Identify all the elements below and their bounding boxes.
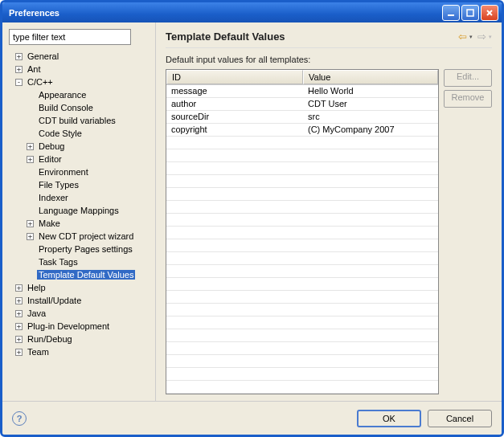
expand-icon[interactable]: + — [27, 220, 34, 227]
col-id[interactable]: ID — [166, 70, 303, 84]
tree-item-team[interactable]: +Team — [9, 345, 152, 358]
tree-item-cdt-build-vars[interactable]: CDT build variables — [9, 114, 152, 127]
table-row-empty — [166, 355, 438, 368]
table-row-empty — [166, 188, 438, 201]
tree-item-code-style[interactable]: Code Style — [9, 127, 152, 140]
table-row-empty — [166, 381, 438, 394]
table-row[interactable]: sourceDirsrc — [166, 111, 438, 124]
table-row-empty — [166, 317, 438, 329]
table-row[interactable]: copyright(C) MyCompany 2007 — [166, 124, 438, 137]
page-title: Template Default Values — [166, 31, 458, 43]
values-table[interactable]: ID Value messageHello WorldauthorCDT Use… — [166, 69, 439, 394]
tree-item-new-cdt-wizard[interactable]: +New CDT project wizard — [9, 230, 152, 243]
tree-item-editor[interactable]: +Editor — [9, 153, 152, 165]
table-row-empty — [166, 162, 438, 175]
nav-back-icon[interactable]: ⇦ — [458, 31, 467, 43]
cell-id: sourceDir — [166, 111, 303, 123]
table-row-empty — [166, 368, 438, 381]
expand-icon[interactable]: + — [15, 310, 23, 317]
svg-rect-1 — [467, 10, 473, 16]
expand-icon[interactable]: + — [27, 233, 34, 240]
expand-icon[interactable]: + — [15, 66, 23, 73]
tree-item-property-pages[interactable]: Property Pages settings — [9, 243, 152, 255]
table-row[interactable]: authorCDT User — [166, 98, 438, 111]
tree-item-ant[interactable]: +Ant — [9, 63, 152, 76]
preferences-tree[interactable]: +General +Ant -C/C++ Appearance Build Co… — [9, 50, 152, 394]
tree-item-ccpp[interactable]: -C/C++ — [9, 76, 152, 88]
tree-item-java[interactable]: +Java — [9, 307, 152, 320]
expand-icon[interactable]: + — [27, 143, 34, 150]
tree-item-build-console[interactable]: Build Console — [9, 101, 152, 114]
cell-id: author — [166, 98, 303, 110]
tree-item-template-defaults[interactable]: Template Default Values — [9, 268, 152, 281]
ok-button[interactable]: OK — [357, 410, 421, 427]
maximize-button[interactable] — [461, 5, 479, 21]
table-row-empty — [166, 291, 438, 304]
expand-icon[interactable]: + — [15, 284, 23, 292]
tree-item-make[interactable]: +Make — [9, 217, 152, 230]
nav-forward-icon: ⇨ — [477, 31, 486, 43]
tree-item-install-update[interactable]: +Install/Update — [9, 294, 152, 307]
window-title: Preferences — [9, 8, 442, 18]
expand-icon[interactable]: + — [27, 156, 34, 163]
table-header: ID Value — [166, 70, 438, 85]
cell-id: message — [166, 85, 303, 97]
minimize-button[interactable] — [442, 5, 460, 21]
page-description: Default input values for all templates: — [166, 55, 492, 64]
right-pane: Template Default Values ⇦▾ ⇨▾ Default in… — [155, 22, 502, 401]
table-row-empty — [166, 278, 438, 291]
cell-id: copyright — [166, 124, 303, 136]
table-row[interactable]: messageHello World — [166, 85, 438, 98]
expand-icon[interactable]: + — [15, 53, 23, 60]
chevron-down-icon[interactable]: ▾ — [469, 34, 473, 40]
tree-item-indexer[interactable]: Indexer — [9, 191, 152, 204]
cancel-button[interactable]: Cancel — [428, 410, 492, 427]
left-pane: +General +Ant -C/C++ Appearance Build Co… — [2, 22, 155, 401]
tree-item-environment[interactable]: Environment — [9, 165, 152, 178]
cell-value: CDT User — [303, 98, 438, 110]
table-row-empty — [166, 304, 438, 317]
tree-item-debug[interactable]: +Debug — [9, 140, 152, 153]
table-row-empty — [166, 342, 438, 355]
tree-item-appearance[interactable]: Appearance — [9, 88, 152, 101]
table-row-empty — [166, 201, 438, 214]
expand-icon[interactable]: + — [15, 297, 23, 304]
col-value[interactable]: Value — [303, 70, 438, 84]
tree-item-general[interactable]: +General — [9, 50, 152, 63]
remove-button[interactable]: Remove — [444, 90, 492, 108]
collapse-icon[interactable]: - — [15, 79, 23, 86]
cell-value: src — [303, 111, 438, 123]
preferences-window: Preferences +General +Ant -C/C++ Appeara… — [0, 0, 504, 437]
tree-item-task-tags[interactable]: Task Tags — [9, 255, 152, 268]
table-row-empty — [166, 227, 438, 239]
table-row-empty — [166, 137, 438, 149]
filter-input[interactable] — [9, 29, 131, 45]
chevron-down-icon: ▾ — [489, 34, 492, 40]
table-row-empty — [166, 149, 438, 162]
help-icon[interactable]: ? — [12, 411, 27, 426]
table-row-empty — [166, 214, 438, 227]
tree-item-lang-mappings[interactable]: Language Mappings — [9, 204, 152, 217]
table-row-empty — [166, 265, 438, 278]
cell-value: Hello World — [303, 85, 438, 97]
table-row-empty — [166, 252, 438, 265]
tree-item-help[interactable]: +Help — [9, 281, 152, 294]
tree-item-run-debug[interactable]: +Run/Debug — [9, 333, 152, 345]
expand-icon[interactable]: + — [15, 323, 23, 330]
tree-item-file-types[interactable]: File Types — [9, 178, 152, 191]
close-button[interactable] — [481, 5, 498, 21]
expand-icon[interactable]: + — [15, 336, 23, 343]
cell-value: (C) MyCompany 2007 — [303, 124, 438, 136]
table-row-empty — [166, 239, 438, 252]
table-row-empty — [166, 329, 438, 342]
edit-button[interactable]: Edit... — [444, 69, 492, 87]
table-row-empty — [166, 175, 438, 188]
titlebar[interactable]: Preferences — [2, 2, 502, 22]
expand-icon[interactable]: + — [15, 349, 23, 356]
tree-item-plugin-dev[interactable]: +Plug-in Development — [9, 320, 152, 333]
footer: ? OK Cancel — [2, 401, 502, 435]
svg-rect-0 — [448, 14, 454, 16]
